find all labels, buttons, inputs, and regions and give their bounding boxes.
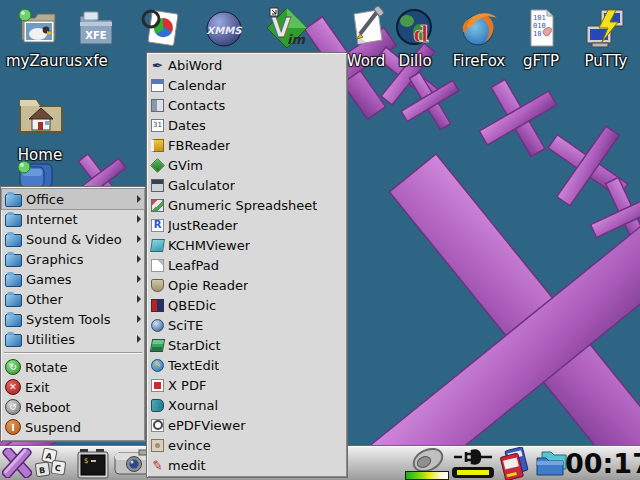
folder-icon [5, 214, 22, 227]
gnumeric-icon [151, 199, 164, 212]
submenu-item-fbreader[interactable]: FBReader [148, 135, 346, 155]
submenu-item-calendar[interactable]: Calendar [148, 75, 346, 95]
submenu-item-kchmviewer[interactable]: KCHMViewer [148, 235, 346, 255]
submenu-item-stardict[interactable]: StarDict [148, 335, 346, 355]
volume-level-bar [405, 471, 449, 480]
xmms-icon-text: XMMS [207, 25, 243, 36]
desktop-icon-xfe[interactable]: XFE xfe [64, 6, 128, 69]
desktop-icon-vim[interactable]: V im [255, 6, 319, 53]
submenu-item-evince[interactable]: evince [148, 435, 346, 455]
submenu-item-label: Calendar [168, 78, 226, 93]
submenu-item-contacts[interactable]: Contacts [148, 95, 346, 115]
desktop-icon-gftp[interactable]: 101 010 10 gFTP [509, 6, 573, 69]
submenu-item-dates[interactable]: 31 Dates [148, 115, 346, 135]
folders-icon[interactable] [534, 448, 568, 478]
desktop-icon-xmms[interactable]: XMMS [192, 6, 256, 53]
menu-item-office[interactable]: Office [2, 189, 144, 209]
menu-item-games[interactable]: Games [2, 269, 144, 289]
menu-item-label: Exit [25, 380, 50, 395]
menu-item-rotate[interactable]: ↻ Rotate [2, 357, 144, 377]
folder-icon [5, 334, 22, 347]
fbreader-icon [151, 139, 164, 152]
opie-reader-icon [151, 279, 164, 292]
xfe-icon-text: XFE [85, 30, 107, 41]
submenu-item-justreader[interactable]: R JustReader [148, 215, 346, 235]
desktop-icon-putty[interactable]: PuTTy [574, 6, 638, 69]
submenu-item-scite[interactable]: SciTE [148, 315, 346, 335]
submenu-item-gnumeric[interactable]: Gnumeric Spreadsheet [148, 195, 346, 215]
key-b-text: B [39, 466, 46, 476]
memory-cards-icon[interactable] [496, 447, 534, 480]
scite-icon [151, 319, 164, 332]
keyboard-icon[interactable]: A B C [34, 448, 74, 479]
leafpad-icon [151, 259, 164, 272]
submenu-arrow-icon [137, 275, 141, 283]
menu-item-suspend[interactable]: Suspend [2, 417, 144, 437]
submenu-item-label: JustReader [168, 218, 238, 233]
submenu-item-leafpad[interactable]: LeafPad [148, 255, 346, 275]
menu-item-label: Rotate [25, 360, 68, 375]
gvim-icon [150, 158, 165, 173]
word-processor-icon [344, 6, 388, 50]
desktop-icon-label: FireFox [447, 53, 511, 69]
desktop: myZaurus XFE xfe G XMMS [0, 0, 640, 480]
galculator-icon [151, 179, 164, 192]
desktop-icon-label: gFTP [509, 53, 573, 69]
power-plug-icon [452, 447, 494, 467]
menu-item-exit[interactable]: ✕ Exit [2, 377, 144, 397]
submenu-item-abiword[interactable]: ✒ AbiWord [148, 55, 346, 75]
submenu-arrow-icon [137, 235, 141, 243]
folder-icon [5, 294, 22, 307]
justreader-icon: R [151, 219, 164, 232]
menu-item-utilities[interactable]: Utilities [2, 329, 144, 349]
submenu-item-label: KCHMViewer [168, 238, 250, 253]
abiword-icon: ✒ [151, 59, 164, 72]
submenu-arrow-icon [137, 315, 141, 323]
menu-item-system-tools[interactable]: System Tools [2, 309, 144, 329]
menu-item-reboot[interactable]: ↺ Reboot [2, 397, 144, 417]
submenu-item-xpdf[interactable]: X PDF [148, 375, 346, 395]
submenu-item-epdfviewer[interactable]: ePDFViewer [148, 415, 346, 435]
desktop-icon-firefox[interactable]: FireFox [447, 6, 511, 69]
menu-item-other[interactable]: Other [2, 289, 144, 309]
vim-icon: V im [265, 6, 309, 50]
reboot-icon: ↺ [5, 399, 21, 415]
desktop-icon-label: xfe [64, 53, 128, 69]
submenu-arrow-icon [137, 295, 141, 303]
stardict-icon [150, 339, 165, 352]
menu-item-sound-video[interactable]: Sound & Video [2, 229, 144, 249]
desktop-icon-dillo[interactable]: d Dillo [383, 6, 447, 69]
folder-icon [5, 194, 22, 207]
terminal-icon[interactable]: $ [76, 448, 110, 479]
speaker-icon[interactable] [408, 448, 448, 472]
xfce-menu-icon[interactable] [2, 448, 32, 478]
submenu-item-xournal[interactable]: Xournal [148, 395, 346, 415]
submenu-item-qbedic[interactable]: QBEDic [148, 295, 346, 315]
terminal-prompt-text: $ [84, 457, 88, 465]
submenu-item-medit[interactable]: ✎ medit [148, 455, 346, 475]
contacts-icon [151, 99, 164, 112]
rotate-icon: ↻ [5, 359, 21, 375]
menu-item-label: Graphics [26, 252, 83, 267]
submenu-item-opie-reader[interactable]: Opie Reader [148, 275, 346, 295]
menu-item-label: System Tools [26, 312, 111, 327]
submenu-item-gvim[interactable]: GVim [148, 155, 346, 175]
firefox-icon [457, 6, 501, 50]
submenu-item-textedit[interactable]: ✎ TextEdit [148, 355, 346, 375]
folder-icon [5, 314, 22, 327]
gftp-icon-line3: 10 [533, 30, 541, 38]
desktop-icon-myzaurus[interactable]: myZaurus [6, 6, 70, 69]
menu-item-internet[interactable]: Internet [2, 209, 144, 229]
xmms-icon: XMMS [202, 6, 246, 50]
submenu-item-label: TextEdit [168, 358, 219, 373]
dillo-icon-text: d [413, 21, 428, 47]
gftp-icon-line1: 101 [533, 14, 546, 22]
menu-item-graphics[interactable]: Graphics [2, 249, 144, 269]
submenu-item-label: Xournal [168, 398, 218, 413]
submenu-item-galculator[interactable]: Galculator [148, 175, 346, 195]
home-folder-icon [14, 88, 66, 140]
submenu-item-label: StarDict [168, 338, 221, 353]
desktop-icon-label: Home [8, 147, 72, 163]
desktop-icon-home[interactable]: Home [8, 88, 72, 163]
submenu-item-label: medit [168, 458, 206, 473]
